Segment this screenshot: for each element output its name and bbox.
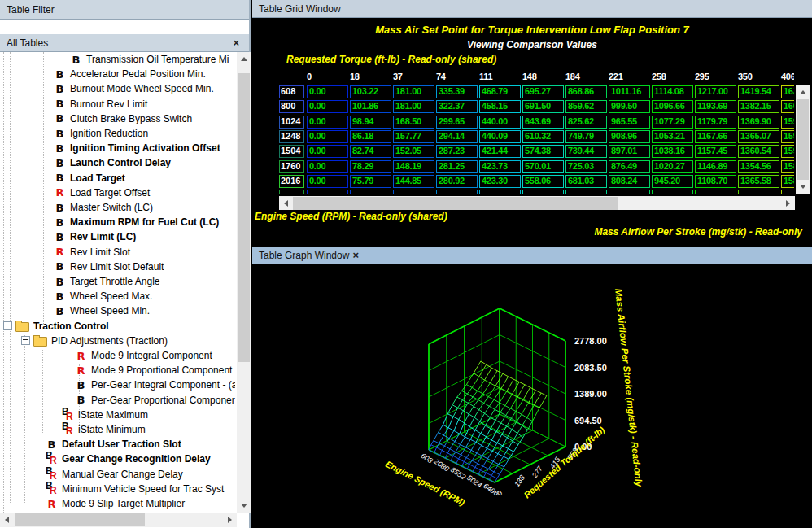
grid-cell[interactable]: 1157.45	[695, 145, 736, 158]
grid-cell[interactable]: 101.86	[350, 100, 391, 113]
tree-item-istate-maximum[interactable]: BRiState Maximum	[0, 408, 235, 422]
grid-cell[interactable]: 643.69	[522, 116, 564, 129]
scroll-up-icon[interactable]	[237, 52, 251, 66]
grid-cell[interactable]: 1077.29	[652, 116, 693, 129]
grid-cell[interactable]: 945.20	[652, 175, 693, 188]
grid-cell[interactable]: 574.38	[522, 145, 564, 158]
tree-item-transmission-oil-temperature-mi[interactable]: BTransmission Oil Temperature Mi	[0, 52, 235, 67]
tree-item-load-target-offset[interactable]: RLoad Target Offset	[0, 185, 235, 200]
grid-cell[interactable]: 681.03	[565, 175, 607, 188]
grid-cell[interactable]: 1365.58	[738, 175, 779, 188]
tree-vertical-scrollbar[interactable]	[237, 52, 251, 513]
grid-cell[interactable]: 86.18	[350, 130, 391, 143]
scroll-down-icon[interactable]	[237, 499, 251, 513]
scroll-up-icon[interactable]	[796, 85, 810, 99]
grid-cell[interactable]: 1591.26	[781, 130, 794, 143]
grid-cell[interactable]: 859.62	[565, 100, 607, 113]
table-filter-input[interactable]	[0, 20, 249, 34]
grid-cell[interactable]: 157.77	[393, 130, 434, 143]
grid-hscroll-thumb[interactable]	[293, 197, 618, 210]
grid-cell[interactable]: 610.32	[522, 130, 564, 143]
grid-cell[interactable]: 0.00	[307, 130, 348, 143]
grid-cell[interactable]: 1011.16	[609, 85, 650, 98]
value-grid[interactable]: 0183774111148184221258295350406446080.00…	[279, 72, 794, 195]
grid-cell[interactable]: 1605.59	[781, 100, 794, 113]
grid-cell[interactable]: 152.05	[393, 145, 434, 158]
grid-cell[interactable]: 0.00	[307, 116, 348, 129]
grid-cell[interactable]: 1193.69	[695, 100, 736, 113]
tree-item-rev-limit-slot-default[interactable]: BRev Limit Slot Default	[0, 260, 235, 274]
grid-cell[interactable]: 570.01	[522, 160, 564, 173]
grid-cell[interactable]: 440.00	[479, 116, 521, 129]
grid-cell[interactable]: 287.23	[436, 145, 478, 158]
grid-vertical-scrollbar[interactable]	[796, 85, 810, 194]
tables-tree[interactable]: BTransmission Oil Temperature MiBAcceler…	[0, 52, 235, 513]
tree-item-per-gear-integral-component-a[interactable]: BPer-Gear Integral Component - (a	[0, 377, 235, 392]
grid-cell[interactable]: 168.50	[393, 116, 434, 129]
grid-cell[interactable]: 691.50	[522, 100, 564, 113]
grid-cell[interactable]: 1382.15	[738, 100, 779, 113]
tree-item-mode-9-proportional-component[interactable]: RMode 9 Proportional Component	[0, 363, 235, 377]
grid-cell[interactable]: 0.00	[307, 100, 348, 113]
table-graph-window-titlebar[interactable]: Table Graph Window ×	[252, 247, 812, 264]
grid-cell[interactable]: 1114.08	[652, 85, 693, 98]
grid-cell[interactable]: 808.24	[609, 175, 650, 188]
tree-item-istate-minimum[interactable]: BRiState Minimum	[0, 422, 235, 437]
tree-item-default-user-traction-slot[interactable]: BDefault User Traction Slot	[0, 437, 235, 452]
grid-horizontal-scrollbar[interactable]	[279, 196, 795, 210]
close-icon[interactable]: ×	[229, 37, 242, 49]
tree-item-launch-control-delay[interactable]: BLaunch Control Delay	[0, 155, 235, 170]
grid-cell[interactable]: 965.55	[609, 116, 650, 129]
tree-hscroll-thumb[interactable]	[15, 513, 145, 526]
tree-item-gear-change-recognition-delay[interactable]: BRGear Change Recognition Delay	[0, 452, 235, 466]
tree-item-maximum-rpm-for-fuel-cut-lc[interactable]: BMaximum RPM for Fuel Cut (LC)	[0, 215, 235, 229]
grid-cell[interactable]: 1020.27	[652, 160, 693, 173]
tree-item-burnout-mode-wheel-speed-min[interactable]: BBurnout Mode Wheel Speed Min.	[0, 81, 235, 96]
grid-cell[interactable]: 897.01	[609, 145, 650, 158]
grid-cell[interactable]: 75.79	[350, 175, 391, 188]
grid-cell[interactable]: 1179.79	[695, 116, 736, 129]
grid-cell[interactable]: 1146.89	[695, 160, 736, 173]
tree-horizontal-scrollbar[interactable]	[0, 513, 237, 527]
tree-item-traction-control[interactable]: Traction Control	[0, 319, 235, 334]
grid-cell[interactable]: 1597.28	[781, 116, 794, 129]
tree-item-clutch-brake-bypass-switch[interactable]: BClutch Brake Bypass Switch	[0, 111, 235, 126]
tree-item-manual-gear-change-delay[interactable]: BRManual Gear Change Delay	[0, 467, 235, 482]
grid-cell[interactable]: 558.06	[522, 175, 564, 188]
grid-cell[interactable]: 1594.36	[781, 145, 794, 158]
scroll-left-icon[interactable]	[279, 196, 293, 210]
tree-item-ignition-timing-activation-offset[interactable]: BIgnition Timing Activation Offset	[0, 141, 235, 155]
grid-cell[interactable]: 695.27	[522, 85, 564, 98]
grid-cell[interactable]: 825.62	[565, 116, 607, 129]
grid-cell[interactable]: 0.00	[307, 160, 348, 173]
tree-item-per-gear-proportional-componer[interactable]: BPer-Gear Proportional Componer	[0, 393, 235, 408]
tree-item-burnout-rev-limit[interactable]: BBurnout Rev Limit	[0, 97, 235, 111]
tree-item-minimum-vehicle-speed-for-trac-syst[interactable]: BRMinimum Vehicle Speed for Trac Syst	[0, 482, 235, 496]
grid-cell[interactable]: 148.19	[393, 160, 434, 173]
grid-cell[interactable]: 458.15	[479, 100, 521, 113]
grid-cell[interactable]: 1369.90	[738, 116, 779, 129]
grid-cell[interactable]: 999.50	[609, 100, 650, 113]
grid-cell[interactable]: 423.73	[479, 160, 521, 173]
grid-cell[interactable]: 749.79	[565, 130, 607, 143]
tree-item-pid-adjustments-traction[interactable]: PID Adjustments (Traction)	[0, 334, 235, 348]
tree-item-mode-9-slip-target-multiplier[interactable]: RMode 9 Slip Target Multiplier	[0, 496, 235, 511]
grid-cell[interactable]: 868.86	[565, 85, 607, 98]
scroll-left-icon[interactable]	[0, 513, 14, 526]
grid-cell[interactable]: 78.29	[350, 160, 391, 173]
scroll-right-icon[interactable]	[781, 196, 795, 210]
scroll-down-icon[interactable]	[796, 180, 810, 194]
grid-cell[interactable]: 1587.45	[781, 160, 794, 173]
grid-cell[interactable]: 103.22	[350, 85, 391, 98]
grid-cell[interactable]: 294.14	[436, 130, 478, 143]
tree-item-wheel-speed-min[interactable]: BWheel Speed Min.	[0, 303, 235, 318]
grid-cell[interactable]: 421.44	[479, 145, 521, 158]
grid-cell[interactable]: 739.44	[565, 145, 607, 158]
grid-cell[interactable]: 280.92	[436, 175, 478, 188]
table-grid-window-titlebar[interactable]: Table Grid Window	[252, 0, 812, 18]
grid-cell[interactable]: 144.85	[393, 175, 434, 188]
grid-cell[interactable]: 1167.66	[695, 130, 736, 143]
grid-cell[interactable]: 1038.16	[652, 145, 693, 158]
grid-cell[interactable]: 876.49	[609, 160, 650, 173]
grid-cell[interactable]: 1360.54	[738, 145, 779, 158]
